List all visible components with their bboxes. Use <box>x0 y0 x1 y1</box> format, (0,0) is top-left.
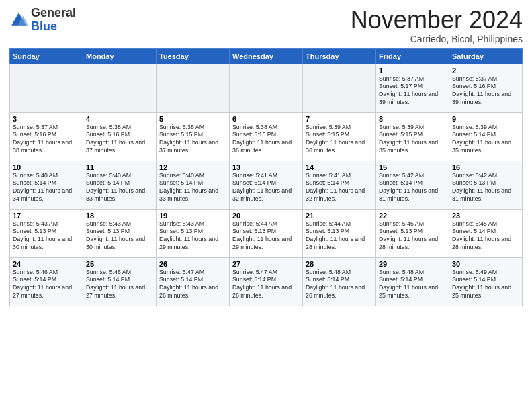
day-number: 2 <box>452 66 519 75</box>
day-info: Sunrise: 5:42 AMSunset: 5:13 PMDaylight:… <box>452 172 519 204</box>
day-number: 8 <box>379 115 446 123</box>
day-info: Sunrise: 5:48 AMSunset: 5:14 PMDaylight:… <box>306 269 373 301</box>
page-container: General Blue November 2024 Carriedo, Bic… <box>0 0 532 310</box>
day-cell-1-2: 5Sunrise: 5:38 AMSunset: 5:15 PMDaylight… <box>157 112 230 161</box>
day-cell-4-4: 28Sunrise: 5:48 AMSunset: 5:14 PMDayligh… <box>303 257 376 306</box>
day-cell-3-3: 20Sunrise: 5:44 AMSunset: 5:13 PMDayligh… <box>230 209 303 257</box>
day-cell-4-1: 25Sunrise: 5:46 AMSunset: 5:14 PMDayligh… <box>83 257 157 306</box>
day-info: Sunrise: 5:40 AMSunset: 5:14 PMDaylight:… <box>13 172 80 204</box>
day-cell-3-2: 19Sunrise: 5:43 AMSunset: 5:13 PMDayligh… <box>157 209 230 257</box>
day-info: Sunrise: 5:37 AMSunset: 5:16 PMDaylight:… <box>452 75 519 107</box>
day-cell-3-0: 17Sunrise: 5:43 AMSunset: 5:13 PMDayligh… <box>10 209 83 257</box>
logo: General Blue <box>9 7 76 34</box>
day-number: 27 <box>232 260 300 268</box>
week-row-2: 3Sunrise: 5:37 AMSunset: 5:16 PMDaylight… <box>10 112 523 161</box>
day-number: 12 <box>159 163 226 171</box>
day-number: 21 <box>306 212 373 220</box>
day-info: Sunrise: 5:46 AMSunset: 5:14 PMDaylight:… <box>13 269 80 301</box>
location: Carriedo, Bicol, Philippines <box>351 34 523 44</box>
day-cell-2-2: 12Sunrise: 5:40 AMSunset: 5:14 PMDayligh… <box>157 161 230 209</box>
day-cell-1-3: 6Sunrise: 5:38 AMSunset: 5:15 PMDaylight… <box>230 112 303 161</box>
day-cell-2-1: 11Sunrise: 5:40 AMSunset: 5:14 PMDayligh… <box>83 161 157 209</box>
day-cell-3-5: 22Sunrise: 5:45 AMSunset: 5:13 PMDayligh… <box>376 209 449 257</box>
day-cell-1-1: 4Sunrise: 5:38 AMSunset: 5:16 PMDaylight… <box>83 112 157 161</box>
day-number: 24 <box>13 260 80 268</box>
day-number: 1 <box>379 66 446 75</box>
day-cell-1-6: 9Sunrise: 5:39 AMSunset: 5:14 PMDaylight… <box>449 112 523 161</box>
day-cell-4-0: 24Sunrise: 5:46 AMSunset: 5:14 PMDayligh… <box>10 257 83 306</box>
header-saturday: Saturday <box>449 48 523 64</box>
day-number: 28 <box>306 260 373 268</box>
day-info: Sunrise: 5:43 AMSunset: 5:13 PMDaylight:… <box>13 220 80 253</box>
header-tuesday: Tuesday <box>157 48 230 64</box>
month-title: November 2024 <box>351 7 523 34</box>
day-info: Sunrise: 5:39 AMSunset: 5:15 PMDaylight:… <box>379 124 446 156</box>
day-number: 30 <box>452 260 519 268</box>
day-number: 13 <box>232 163 300 171</box>
day-cell-2-4: 14Sunrise: 5:41 AMSunset: 5:14 PMDayligh… <box>303 161 376 209</box>
logo-text: General Blue <box>31 7 76 34</box>
day-cell-0-2 <box>157 64 230 112</box>
day-number: 29 <box>379 260 446 268</box>
week-row-1: 1Sunrise: 5:37 AMSunset: 5:17 PMDaylight… <box>10 64 523 112</box>
calendar-table: Sunday Monday Tuesday Wednesday Thursday… <box>9 48 523 306</box>
header-row: General Blue November 2024 Carriedo, Bic… <box>9 7 523 44</box>
day-cell-0-1 <box>83 64 157 112</box>
day-cell-0-4 <box>303 64 376 112</box>
day-number: 7 <box>306 115 373 123</box>
day-number: 25 <box>86 260 153 268</box>
day-info: Sunrise: 5:47 AMSunset: 5:14 PMDaylight:… <box>159 269 226 301</box>
day-cell-0-5: 1Sunrise: 5:37 AMSunset: 5:17 PMDaylight… <box>376 64 449 112</box>
day-number: 15 <box>379 163 446 171</box>
day-cell-4-3: 27Sunrise: 5:47 AMSunset: 5:14 PMDayligh… <box>230 257 303 306</box>
day-cell-0-0 <box>10 64 83 112</box>
header-monday: Monday <box>83 48 157 64</box>
day-number: 17 <box>13 212 80 220</box>
day-number: 11 <box>86 163 153 171</box>
day-number: 18 <box>86 212 153 220</box>
day-cell-4-2: 26Sunrise: 5:47 AMSunset: 5:14 PMDayligh… <box>157 257 230 306</box>
day-info: Sunrise: 5:40 AMSunset: 5:14 PMDaylight:… <box>159 172 226 204</box>
day-info: Sunrise: 5:37 AMSunset: 5:16 PMDaylight:… <box>13 124 80 156</box>
day-number: 22 <box>379 212 446 220</box>
day-cell-1-5: 8Sunrise: 5:39 AMSunset: 5:15 PMDaylight… <box>376 112 449 161</box>
day-cell-1-0: 3Sunrise: 5:37 AMSunset: 5:16 PMDaylight… <box>10 112 83 161</box>
day-number: 10 <box>13 163 80 171</box>
day-number: 5 <box>159 115 226 123</box>
weekday-row: Sunday Monday Tuesday Wednesday Thursday… <box>10 48 523 64</box>
day-info: Sunrise: 5:42 AMSunset: 5:14 PMDaylight:… <box>379 172 446 204</box>
day-cell-4-6: 30Sunrise: 5:49 AMSunset: 5:14 PMDayligh… <box>449 257 523 306</box>
day-number: 26 <box>159 260 226 268</box>
day-info: Sunrise: 5:45 AMSunset: 5:14 PMDaylight:… <box>452 220 519 253</box>
day-cell-1-4: 7Sunrise: 5:39 AMSunset: 5:15 PMDaylight… <box>303 112 376 161</box>
logo-blue: Blue <box>31 19 57 33</box>
header-sunday: Sunday <box>10 48 83 64</box>
header-friday: Friday <box>376 48 449 64</box>
day-number: 6 <box>232 115 300 123</box>
day-info: Sunrise: 5:38 AMSunset: 5:16 PMDaylight:… <box>86 124 153 156</box>
calendar-header: Sunday Monday Tuesday Wednesday Thursday… <box>10 48 523 64</box>
day-number: 14 <box>306 163 373 171</box>
day-info: Sunrise: 5:45 AMSunset: 5:13 PMDaylight:… <box>379 220 446 253</box>
day-info: Sunrise: 5:41 AMSunset: 5:14 PMDaylight:… <box>232 172 300 204</box>
header-wednesday: Wednesday <box>230 48 303 64</box>
week-row-4: 17Sunrise: 5:43 AMSunset: 5:13 PMDayligh… <box>10 209 523 257</box>
day-number: 19 <box>159 212 226 220</box>
day-number: 16 <box>452 163 519 171</box>
day-info: Sunrise: 5:43 AMSunset: 5:13 PMDaylight:… <box>86 220 153 253</box>
week-row-5: 24Sunrise: 5:46 AMSunset: 5:14 PMDayligh… <box>10 257 523 306</box>
day-cell-2-6: 16Sunrise: 5:42 AMSunset: 5:13 PMDayligh… <box>449 161 523 209</box>
day-number: 3 <box>13 115 80 123</box>
day-cell-3-4: 21Sunrise: 5:44 AMSunset: 5:13 PMDayligh… <box>303 209 376 257</box>
day-cell-0-3 <box>230 64 303 112</box>
day-info: Sunrise: 5:47 AMSunset: 5:14 PMDaylight:… <box>232 269 300 301</box>
day-info: Sunrise: 5:37 AMSunset: 5:17 PMDaylight:… <box>379 75 446 107</box>
day-info: Sunrise: 5:48 AMSunset: 5:14 PMDaylight:… <box>379 269 446 301</box>
day-cell-2-3: 13Sunrise: 5:41 AMSunset: 5:14 PMDayligh… <box>230 161 303 209</box>
day-info: Sunrise: 5:44 AMSunset: 5:13 PMDaylight:… <box>306 220 373 253</box>
title-block: November 2024 Carriedo, Bicol, Philippin… <box>351 7 523 44</box>
day-info: Sunrise: 5:38 AMSunset: 5:15 PMDaylight:… <box>159 124 226 156</box>
day-cell-3-6: 23Sunrise: 5:45 AMSunset: 5:14 PMDayligh… <box>449 209 523 257</box>
day-info: Sunrise: 5:41 AMSunset: 5:14 PMDaylight:… <box>306 172 373 204</box>
day-number: 9 <box>452 115 519 123</box>
